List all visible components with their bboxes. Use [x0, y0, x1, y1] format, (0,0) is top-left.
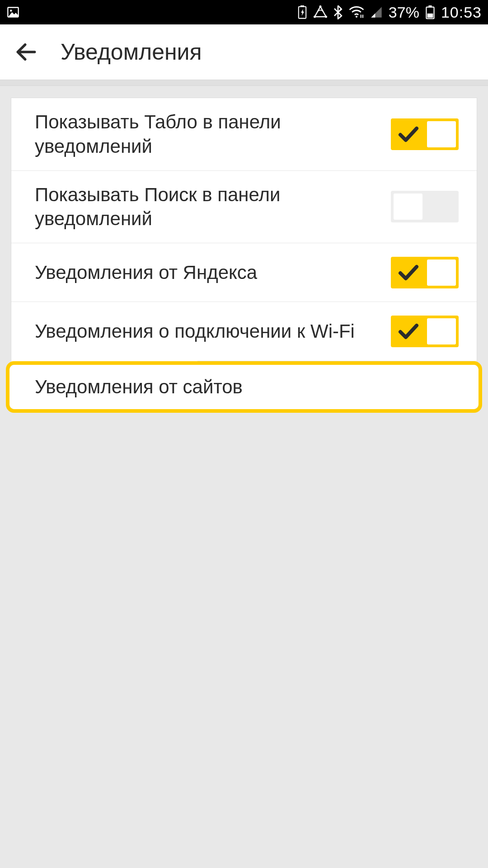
setting-row-site-notifications[interactable]: Уведомления от сайтов	[6, 361, 482, 413]
setting-label: Уведомления от Яндекса	[35, 260, 391, 285]
setting-row-wifi[interactable]: Уведомления о подключении к Wi-Fi	[11, 302, 477, 361]
setting-label: Уведомления о подключении к Wi-Fi	[35, 319, 391, 344]
settings-list: Показывать Табло в панели уведомлений По…	[11, 98, 477, 408]
svg-point-4	[319, 5, 321, 8]
svg-rect-10	[427, 14, 433, 18]
back-arrow-icon[interactable]	[14, 39, 39, 65]
toggle-wifi[interactable]	[391, 316, 459, 347]
svg-point-5	[325, 16, 327, 18]
status-bar: 37% 10:53	[0, 0, 488, 24]
image-icon	[6, 6, 20, 19]
checkmark-icon	[397, 323, 420, 343]
checkmark-icon	[397, 264, 420, 284]
toggle-yandex[interactable]	[391, 257, 459, 288]
app-header: Уведомления	[0, 24, 488, 80]
setting-label: Показывать Поиск в панели уведомлений	[35, 183, 391, 231]
data-saver-icon	[314, 5, 327, 19]
battery-icon	[426, 5, 435, 19]
clock: 10:53	[441, 4, 482, 21]
checkmark-icon	[397, 126, 420, 146]
wifi-icon	[349, 6, 364, 19]
divider-bar	[0, 80, 488, 86]
setting-label: Уведомления от сайтов	[35, 375, 479, 399]
svg-rect-3	[300, 5, 304, 7]
cell-signal-icon	[371, 6, 382, 18]
svg-point-7	[356, 16, 357, 18]
svg-point-1	[10, 9, 12, 12]
setting-row-yandex[interactable]: Уведомления от Яндекса	[11, 243, 477, 302]
setting-row-tablo[interactable]: Показывать Табло в панели уведомлений	[11, 98, 477, 171]
toggle-search[interactable]	[391, 191, 459, 222]
page-title: Уведомления	[61, 39, 202, 65]
svg-point-6	[314, 16, 316, 18]
setting-label: Показывать Табло в панели уведомлений	[35, 110, 391, 159]
toggle-tablo[interactable]	[391, 118, 459, 150]
battery-charging-icon	[297, 5, 307, 19]
svg-rect-9	[428, 5, 432, 7]
setting-row-search[interactable]: Показывать Поиск в панели уведомлений	[11, 171, 477, 244]
battery-percentage: 37%	[389, 4, 419, 21]
bluetooth-icon	[333, 5, 343, 19]
